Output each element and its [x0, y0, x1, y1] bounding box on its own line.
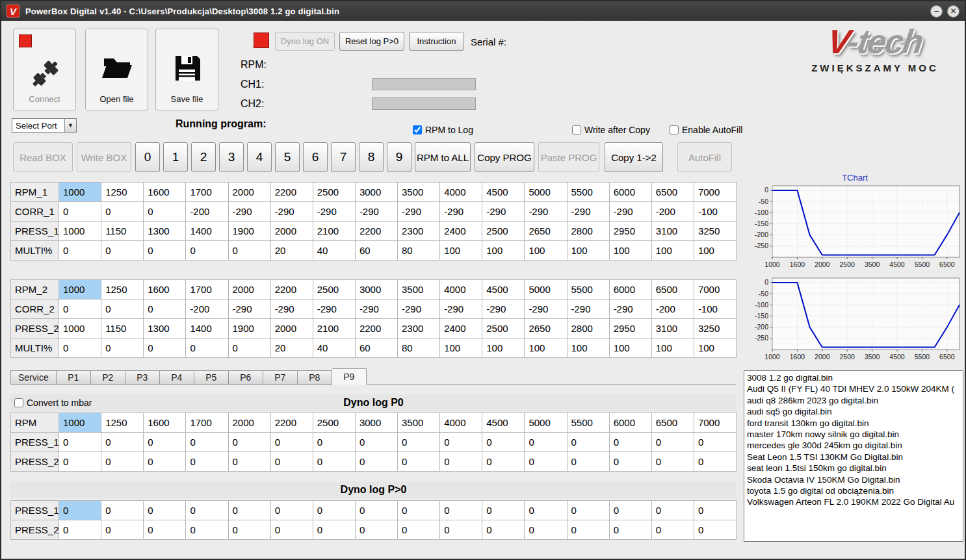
table-cell[interactable]: 0: [609, 501, 651, 520]
table-cell[interactable]: 3000: [355, 183, 397, 202]
table-cell[interactable]: 0: [144, 299, 186, 319]
autofill-button[interactable]: AutoFill: [677, 142, 732, 172]
file-list-item[interactable]: seat leon 1.5tsi 150km go digital.bin: [747, 463, 960, 474]
digit-button-3[interactable]: 3: [219, 142, 244, 172]
table-cell[interactable]: 100: [440, 338, 482, 358]
copy-prog-button[interactable]: Copy PROG: [475, 142, 534, 172]
table-cell[interactable]: 0: [101, 241, 144, 261]
table-cell[interactable]: 2650: [525, 319, 567, 338]
table-cell[interactable]: 0: [313, 452, 355, 472]
table-cell[interactable]: 0: [313, 433, 355, 452]
file-list-item[interactable]: mercedes gle 300d 245km go digital.bin: [747, 440, 960, 451]
table-cell[interactable]: 80: [398, 338, 440, 358]
file-list-item[interactable]: toyota 1.5 go digital od obciążenia.bin: [747, 485, 960, 496]
table-cell[interactable]: 0: [609, 452, 651, 472]
table-cell[interactable]: 0: [440, 433, 482, 452]
table-cell[interactable]: 2200: [355, 319, 397, 338]
table-cell[interactable]: 0: [59, 452, 101, 472]
table-cell[interactable]: 2000: [228, 183, 270, 202]
table-cell[interactable]: 2300: [398, 319, 440, 338]
rpm-to-all-button[interactable]: RPM to ALL: [415, 142, 471, 172]
table-cell[interactable]: 100: [482, 241, 525, 261]
table-cell[interactable]: 1150: [101, 319, 144, 338]
table-cell[interactable]: 2650: [525, 222, 567, 241]
table-cell[interactable]: 2200: [270, 183, 313, 202]
table-cell[interactable]: 3500: [398, 183, 440, 202]
table-cell[interactable]: 1250: [101, 183, 144, 202]
table-cell[interactable]: 100: [609, 241, 651, 261]
table-cell[interactable]: 0: [525, 452, 567, 472]
table-cell[interactable]: 0: [694, 433, 736, 452]
table-cell[interactable]: 2500: [482, 222, 525, 241]
rpm-to-log-checkbox[interactable]: RPM to Log: [413, 125, 473, 135]
table-cell[interactable]: 0: [609, 433, 651, 452]
table-cell[interactable]: -100: [694, 202, 736, 222]
table-cell[interactable]: 100: [567, 338, 609, 358]
table-cell[interactable]: 0: [186, 241, 228, 261]
table-cell[interactable]: 1000: [59, 222, 101, 241]
table-cell[interactable]: 2100: [313, 222, 355, 241]
select-port-dropdown[interactable]: Select Port ▼: [12, 118, 77, 133]
table-cell[interactable]: 0: [398, 520, 440, 540]
table-cell[interactable]: 7000: [694, 413, 736, 433]
table-cell[interactable]: -290: [228, 202, 270, 222]
close-button[interactable]: ✕: [947, 5, 959, 18]
table-cell[interactable]: 4000: [440, 183, 482, 202]
table-cell[interactable]: 100: [525, 338, 567, 358]
reset-log-button[interactable]: Reset log P>0: [339, 32, 404, 51]
table-cell[interactable]: 0: [651, 433, 694, 452]
file-list-item[interactable]: audi sq5 go digital.bin: [747, 406, 960, 417]
table-cell[interactable]: -290: [270, 202, 313, 222]
table-cell[interactable]: 4500: [482, 413, 525, 433]
digit-button-6[interactable]: 6: [303, 142, 328, 172]
table-cell[interactable]: 80: [398, 241, 440, 261]
table-cell[interactable]: 0: [651, 520, 694, 540]
table-cell[interactable]: 2400: [440, 222, 482, 241]
table-cell[interactable]: 100: [525, 241, 567, 261]
table-cell[interactable]: -200: [186, 202, 228, 222]
table-cell[interactable]: 3250: [694, 319, 736, 338]
table-cell[interactable]: 6500: [651, 413, 694, 433]
table-cell[interactable]: 0: [59, 299, 101, 319]
digit-button-4[interactable]: 4: [247, 142, 272, 172]
table-cell[interactable]: 1600: [144, 413, 186, 433]
file-list-item[interactable]: master 170km nowy silnik go digital.bin: [747, 429, 960, 440]
table-cell[interactable]: 0: [101, 452, 144, 472]
tab-p9[interactable]: P9: [332, 368, 367, 385]
table-cell[interactable]: 40: [313, 241, 355, 261]
table-cell[interactable]: 100: [609, 338, 651, 358]
table-cell[interactable]: 0: [482, 433, 525, 452]
table-cell[interactable]: -290: [609, 202, 651, 222]
table-cell[interactable]: 0: [101, 520, 144, 540]
table-cell[interactable]: 0: [228, 501, 270, 520]
table-cell[interactable]: 0: [101, 202, 144, 222]
table-cell[interactable]: 1000: [59, 280, 101, 299]
table-cell[interactable]: -100: [694, 299, 736, 319]
table-cell[interactable]: 0: [144, 202, 186, 222]
table-cell[interactable]: 0: [270, 433, 313, 452]
dyno-log-on-button[interactable]: Dyno log ON: [275, 32, 335, 51]
table-cell[interactable]: 0: [144, 452, 186, 472]
table-cell[interactable]: 0: [609, 520, 651, 540]
table-cell[interactable]: 0: [144, 338, 186, 358]
table-cell[interactable]: 0: [270, 501, 313, 520]
table-cell[interactable]: -290: [228, 299, 270, 319]
table-cell[interactable]: 0: [59, 501, 101, 520]
instruction-button[interactable]: Instruction: [409, 32, 464, 51]
digit-button-7[interactable]: 7: [331, 142, 356, 172]
table-cell[interactable]: 0: [186, 433, 228, 452]
table-cell[interactable]: 0: [525, 501, 567, 520]
tab-p5[interactable]: P5: [194, 370, 229, 385]
table-cell[interactable]: 4500: [482, 280, 525, 299]
table-cell[interactable]: 2500: [313, 183, 355, 202]
table-cell[interactable]: 0: [355, 520, 397, 540]
table-cell[interactable]: -290: [313, 202, 355, 222]
table-cell[interactable]: -290: [482, 299, 525, 319]
table-cell[interactable]: 5500: [567, 183, 609, 202]
tab-p7[interactable]: P7: [263, 370, 298, 385]
table-cell[interactable]: 0: [694, 452, 736, 472]
table-cell[interactable]: 0: [567, 520, 609, 540]
digit-button-8[interactable]: 8: [359, 142, 384, 172]
table-cell[interactable]: 3100: [651, 222, 694, 241]
table-cell[interactable]: 0: [186, 452, 228, 472]
